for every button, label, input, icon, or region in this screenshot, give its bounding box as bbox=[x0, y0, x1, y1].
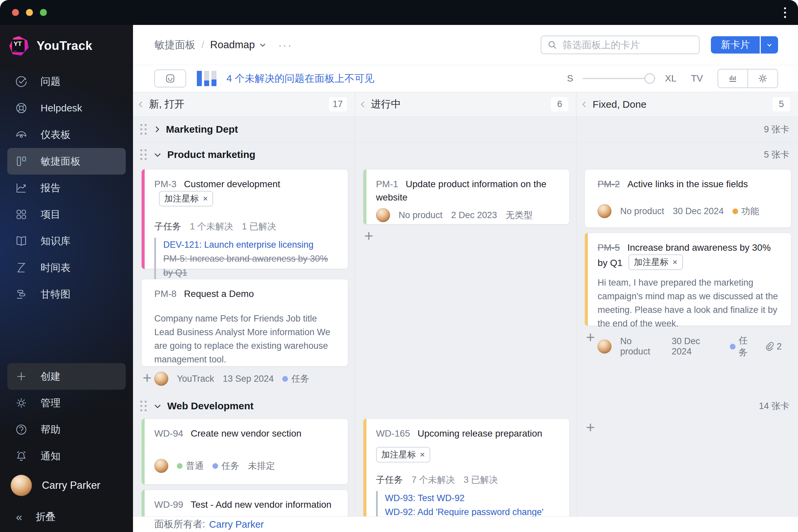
board-progress-icon[interactable] bbox=[197, 71, 216, 86]
card-pm3[interactable]: PM-3 Customer development 加注星标× 子任务 1 个未… bbox=[141, 169, 348, 269]
sidebar-item-dashboards[interactable]: 仪表板 bbox=[0, 121, 133, 148]
sidebar-item-knowledge-base[interactable]: 知识库 bbox=[0, 228, 133, 254]
chevron-down-icon[interactable] bbox=[153, 151, 162, 158]
sidebar-item-reports[interactable]: 报告 bbox=[0, 174, 133, 201]
board-settings-button[interactable] bbox=[747, 70, 777, 88]
type-field[interactable]: 任务 bbox=[730, 335, 756, 358]
column-header-fixed-done[interactable]: Fixed, Done 5 bbox=[576, 92, 798, 116]
board-name-dropdown[interactable]: Roadmap bbox=[210, 39, 267, 51]
column-header-new-open[interactable]: 新, 打开 17 bbox=[133, 92, 355, 116]
card-wd165[interactable]: WD-165 Upcoming release preparation 加注星标… bbox=[363, 419, 570, 516]
priority-field[interactable]: 普通 bbox=[177, 460, 204, 472]
card-pm1[interactable]: PM-1 Update product information on the w… bbox=[363, 169, 570, 225]
due-date[interactable]: 30 Dec 2024 bbox=[672, 336, 721, 357]
issue-id[interactable]: PM-2 bbox=[597, 179, 620, 189]
issue-id[interactable]: PM-3 bbox=[154, 179, 176, 189]
new-card-button[interactable]: 新卡片 bbox=[711, 36, 760, 54]
backlog-button[interactable] bbox=[154, 70, 186, 88]
star-tag-chip[interactable]: 加注星标× bbox=[376, 447, 430, 462]
user-profile[interactable]: Carry Parker bbox=[0, 470, 133, 501]
type-field[interactable]: 功能 bbox=[733, 205, 759, 217]
subtask-resolved[interactable]: PM-5: Increase brand awareness by 30% by… bbox=[163, 252, 339, 280]
card-wd94[interactable]: WD-94 Create new vendor section 普通 任务 未排… bbox=[141, 419, 348, 484]
type-field[interactable]: 任务 bbox=[212, 460, 240, 472]
issue-id[interactable]: WD-99 bbox=[154, 499, 183, 510]
slider-thumb[interactable] bbox=[644, 73, 655, 84]
subtask-link[interactable]: WD-92: Add 'Require password change' opt… bbox=[385, 505, 560, 516]
product-field[interactable]: No product bbox=[620, 206, 664, 216]
app-window: YT_ YouTrack 问题 Helpdesk 仪表板 bbox=[0, 0, 798, 532]
subtask-link[interactable]: WD-93: Test WD-92 bbox=[385, 491, 560, 505]
add-card-button[interactable]: + bbox=[586, 330, 599, 344]
add-card-button[interactable]: + bbox=[142, 371, 156, 384]
sidebar-item-projects[interactable]: 项目 bbox=[0, 201, 133, 228]
issue-id[interactable]: WD-165 bbox=[376, 428, 410, 439]
drag-handle-icon[interactable] bbox=[140, 124, 147, 135]
avatar[interactable] bbox=[154, 372, 168, 386]
sidebar-item-agile-boards[interactable]: 敏捷面板 bbox=[7, 148, 126, 174]
kebab-menu-icon[interactable] bbox=[782, 5, 788, 20]
star-tag-chip[interactable]: 加注星标× bbox=[628, 254, 683, 270]
sidebar-item-help[interactable]: 帮助 bbox=[0, 416, 133, 443]
search-input[interactable] bbox=[562, 39, 699, 51]
issue-id[interactable]: WD-94 bbox=[154, 428, 183, 439]
swimlane-product-marketing[interactable]: Product marketing 5 张卡 bbox=[133, 142, 798, 167]
card-pm2[interactable]: PM-2 Active links in the issue fields No… bbox=[585, 169, 791, 228]
avatar[interactable] bbox=[597, 340, 611, 354]
remove-tag-icon[interactable]: × bbox=[672, 257, 677, 267]
breadcrumb-agile-boards[interactable]: 敏捷面板 bbox=[154, 38, 195, 52]
add-card-button[interactable]: + bbox=[586, 421, 599, 434]
issue-id[interactable]: PM-5 bbox=[597, 242, 620, 253]
star-tag-chip[interactable]: 加注星标× bbox=[159, 191, 213, 207]
sidebar-item-gantt[interactable]: 甘特图 bbox=[0, 281, 133, 307]
due-date[interactable]: 2 Dec 2023 bbox=[451, 210, 497, 221]
card-pm5[interactable]: PM-5 Increase brand awareness by 30% by … bbox=[585, 233, 791, 326]
minimize-window-button[interactable] bbox=[26, 9, 33, 16]
close-window-button[interactable] bbox=[12, 9, 19, 16]
sidebar-item-timesheets[interactable]: 时间表 bbox=[0, 254, 133, 281]
card-size-slider[interactable] bbox=[583, 78, 656, 79]
new-card-dropdown-button[interactable] bbox=[761, 36, 778, 54]
collapse-sidebar-button[interactable]: « 折叠 bbox=[0, 501, 133, 532]
create-button[interactable]: 创建 bbox=[7, 363, 126, 390]
card-wd99[interactable]: WD-99 Test - Add new vendor information … bbox=[141, 490, 348, 516]
avatar[interactable] bbox=[376, 208, 390, 222]
type-field[interactable]: 任务 bbox=[282, 373, 309, 385]
product-field[interactable]: YouTrack bbox=[177, 374, 214, 384]
add-card-button[interactable]: + bbox=[364, 229, 378, 242]
type-field[interactable]: 无类型 bbox=[506, 209, 533, 221]
zoom-window-button[interactable] bbox=[40, 9, 47, 16]
card-pm8[interactable]: PM-8 Request a Demo Company name Pets fo… bbox=[141, 279, 348, 366]
due-date[interactable]: 30 Dec 2024 bbox=[673, 206, 723, 216]
unresolved-issues-link[interactable]: 4 个未解决的问题在面板上不可见 bbox=[226, 72, 374, 86]
sidebar-item-issues[interactable]: 问题 bbox=[0, 68, 133, 95]
attachments[interactable]: 2 bbox=[765, 341, 782, 352]
sidebar-item-helpdesk[interactable]: Helpdesk bbox=[0, 95, 133, 121]
remove-tag-icon[interactable]: × bbox=[420, 450, 425, 460]
youtrack-logo[interactable]: YT_ YouTrack bbox=[8, 36, 133, 56]
avatar[interactable] bbox=[597, 204, 611, 218]
board-more-menu[interactable]: ··· bbox=[278, 43, 292, 46]
subtask-link[interactable]: DEV-121: Launch enterprise licensing bbox=[163, 238, 339, 252]
product-field[interactable]: No product bbox=[399, 210, 442, 221]
chevron-down-icon[interactable] bbox=[153, 402, 162, 410]
sidebar-item-notifications[interactable]: 通知 bbox=[0, 443, 133, 470]
due-date[interactable]: 13 Sep 2024 bbox=[223, 374, 274, 384]
tv-mode-button[interactable]: TV bbox=[691, 73, 703, 84]
swimlane-marketing-dept[interactable]: Marketing Dept 9 张卡 bbox=[133, 117, 798, 142]
remove-tag-icon[interactable]: × bbox=[203, 193, 208, 204]
drag-handle-icon[interactable] bbox=[140, 401, 147, 411]
column-header-in-progress[interactable]: 进行中 6 bbox=[355, 92, 576, 116]
swimlane-web-development[interactable]: Web Development 14 张卡 bbox=[133, 395, 798, 416]
chart-view-button[interactable] bbox=[718, 70, 747, 88]
board-owner-link[interactable]: Carry Parker bbox=[209, 519, 264, 530]
issue-id[interactable]: PM-8 bbox=[154, 289, 176, 299]
board-search[interactable] bbox=[540, 36, 700, 54]
drag-handle-icon[interactable] bbox=[140, 149, 147, 160]
issue-id[interactable]: PM-1 bbox=[376, 179, 398, 189]
product-field[interactable]: No product bbox=[620, 336, 663, 357]
schedule-field[interactable]: 未排定 bbox=[248, 460, 275, 472]
sidebar-item-admin[interactable]: 管理 bbox=[0, 390, 133, 416]
chevron-right-icon[interactable] bbox=[153, 125, 160, 134]
avatar[interactable] bbox=[154, 459, 168, 473]
